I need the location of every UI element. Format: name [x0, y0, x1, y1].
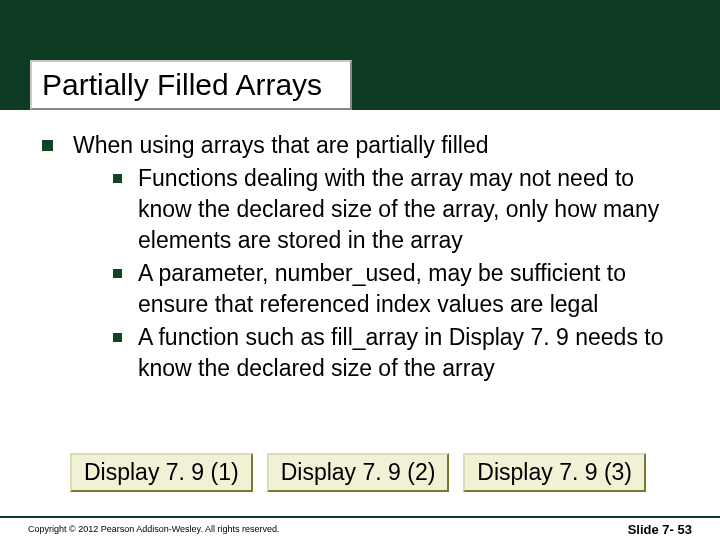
slide-number: Slide 7- 53 — [628, 522, 692, 537]
square-bullet-icon — [113, 333, 122, 342]
display-buttons-row: Display 7. 9 (1) Display 7. 9 (2) Displa… — [70, 453, 646, 492]
content-area: When using arrays that are partially fil… — [42, 130, 690, 384]
footer-bar: Copyright © 2012 Pearson Addison-Wesley.… — [0, 516, 720, 540]
level1-text-wrap: When using arrays that are partially fil… — [73, 130, 690, 384]
square-bullet-icon — [113, 174, 122, 183]
bullet-level2: A parameter, number_used, may be suffici… — [113, 258, 690, 320]
square-bullet-icon — [42, 140, 53, 151]
display-button-3[interactable]: Display 7. 9 (3) — [463, 453, 646, 492]
bullet-level2: Functions dealing with the array may not… — [113, 163, 690, 256]
intro-text: When using arrays that are partially fil… — [73, 130, 690, 161]
point-text: Functions dealing with the array may not… — [138, 163, 690, 256]
bullet-level1: When using arrays that are partially fil… — [42, 130, 690, 384]
square-bullet-icon — [113, 269, 122, 278]
header-bar: Partially Filled Arrays — [0, 0, 720, 110]
display-button-1[interactable]: Display 7. 9 (1) — [70, 453, 253, 492]
bullet-level2: A function such as fill_array in Display… — [113, 322, 690, 384]
point-text: A function such as fill_array in Display… — [138, 322, 690, 384]
point-text: A parameter, number_used, may be suffici… — [138, 258, 690, 320]
display-button-2[interactable]: Display 7. 9 (2) — [267, 453, 450, 492]
copyright-text: Copyright © 2012 Pearson Addison-Wesley.… — [28, 524, 279, 534]
slide-title: Partially Filled Arrays — [30, 60, 352, 110]
